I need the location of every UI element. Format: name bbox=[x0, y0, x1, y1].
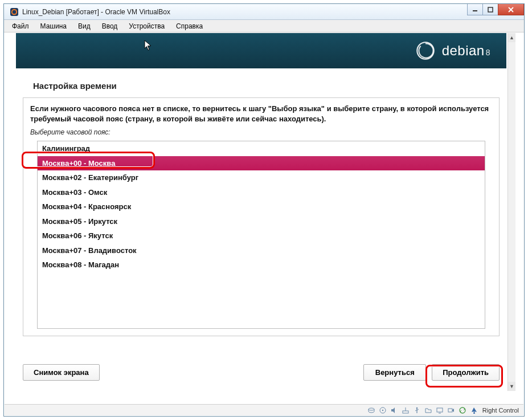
optical-icon[interactable] bbox=[379, 406, 387, 414]
timezone-listbox[interactable]: КалининградМосква+00 - МоскваМосква+02 -… bbox=[37, 141, 485, 329]
back-button[interactable]: Вернуться bbox=[363, 364, 426, 381]
minimize-button[interactable] bbox=[467, 4, 483, 15]
timezone-item[interactable]: Москва+04 - Красноярск bbox=[38, 199, 485, 214]
timezone-item[interactable]: Москва+03 - Омск bbox=[38, 185, 485, 200]
timezone-item[interactable]: Москва+07 - Владивосток bbox=[38, 243, 485, 258]
continue-button[interactable]: Продолжить bbox=[432, 364, 500, 381]
menu-devices[interactable]: Устройства bbox=[124, 21, 169, 31]
mouse-integration-icon[interactable] bbox=[470, 406, 478, 414]
close-button[interactable] bbox=[498, 4, 524, 15]
timezone-item[interactable]: Калининград bbox=[38, 141, 485, 156]
vm-viewport: ▲ ▼ debian 8 Настройка времени Если нужн… bbox=[5, 33, 523, 403]
timezone-item[interactable]: Москва+06 - Якутск bbox=[38, 229, 485, 243]
timezone-item[interactable]: Москва+02 - Екатеринбург bbox=[38, 170, 485, 185]
maximize-button[interactable] bbox=[482, 4, 498, 15]
window-title: Linux_Debian [Работает] - Oracle VM Virt… bbox=[22, 8, 170, 16]
timezone-item[interactable]: Москва+08 - Магадан bbox=[38, 258, 485, 272]
screenshot-button[interactable]: Снимок экрана bbox=[23, 364, 100, 381]
instruction-text: Если нужного часового пояса нет в списке… bbox=[30, 104, 492, 124]
hdd-icon[interactable] bbox=[367, 406, 375, 414]
svg-rect-18 bbox=[448, 409, 452, 412]
debian-brand: debian 8 bbox=[442, 43, 490, 59]
svg-rect-16 bbox=[437, 408, 443, 412]
timezone-item[interactable]: Москва+00 - Москва bbox=[38, 156, 485, 171]
debian-swirl-icon bbox=[414, 39, 437, 63]
svg-rect-3 bbox=[488, 7, 493, 12]
svg-point-6 bbox=[417, 42, 433, 59]
window-controls bbox=[468, 4, 524, 15]
guest-additions-icon[interactable] bbox=[459, 406, 466, 414]
display-icon[interactable] bbox=[436, 406, 444, 414]
scrollbar[interactable]: ▲ ▼ bbox=[507, 33, 515, 391]
debian-banner: debian 8 bbox=[16, 33, 506, 68]
shared-folder-icon[interactable] bbox=[424, 406, 432, 414]
instruction-panel: Если нужного часового пояса нет в списке… bbox=[23, 97, 500, 336]
timezone-item[interactable]: Москва+05 - Иркутск bbox=[38, 214, 485, 229]
menu-file[interactable]: Файл bbox=[7, 21, 34, 31]
timezone-prompt: Выберите часовой пояс: bbox=[30, 128, 492, 136]
network-icon[interactable] bbox=[402, 406, 410, 414]
menu-bar: Файл Машина Вид Ввод Устройства Справка bbox=[4, 20, 524, 32]
host-key-indicator: Right Control bbox=[482, 407, 519, 414]
svg-rect-10 bbox=[403, 411, 408, 413]
debian-brand-label: debian bbox=[442, 43, 485, 59]
menu-help[interactable]: Справка bbox=[171, 21, 207, 31]
svg-point-19 bbox=[460, 407, 465, 413]
scroll-up-icon[interactable]: ▲ bbox=[508, 33, 515, 42]
section-title: Настройка времени bbox=[16, 68, 506, 97]
window-titlebar: Linux_Debian [Работает] - Oracle VM Virt… bbox=[4, 4, 524, 20]
svg-point-9 bbox=[382, 409, 383, 410]
svg-point-7 bbox=[369, 408, 374, 410]
vb-status-bar: Right Control bbox=[5, 404, 523, 415]
menu-machine[interactable]: Машина bbox=[36, 21, 71, 31]
button-row: Снимок экрана Вернуться Продолжить bbox=[23, 364, 500, 381]
audio-icon[interactable] bbox=[390, 406, 398, 414]
virtualbox-icon bbox=[10, 7, 19, 17]
debian-installer: debian 8 Настройка времени Если нужного … bbox=[16, 33, 506, 391]
scroll-down-icon[interactable]: ▼ bbox=[508, 382, 515, 391]
recording-icon[interactable] bbox=[447, 406, 455, 414]
usb-icon[interactable] bbox=[413, 406, 421, 414]
menu-view[interactable]: Вид bbox=[73, 21, 95, 31]
debian-version: 8 bbox=[486, 48, 490, 57]
menu-input[interactable]: Ввод bbox=[97, 21, 122, 31]
